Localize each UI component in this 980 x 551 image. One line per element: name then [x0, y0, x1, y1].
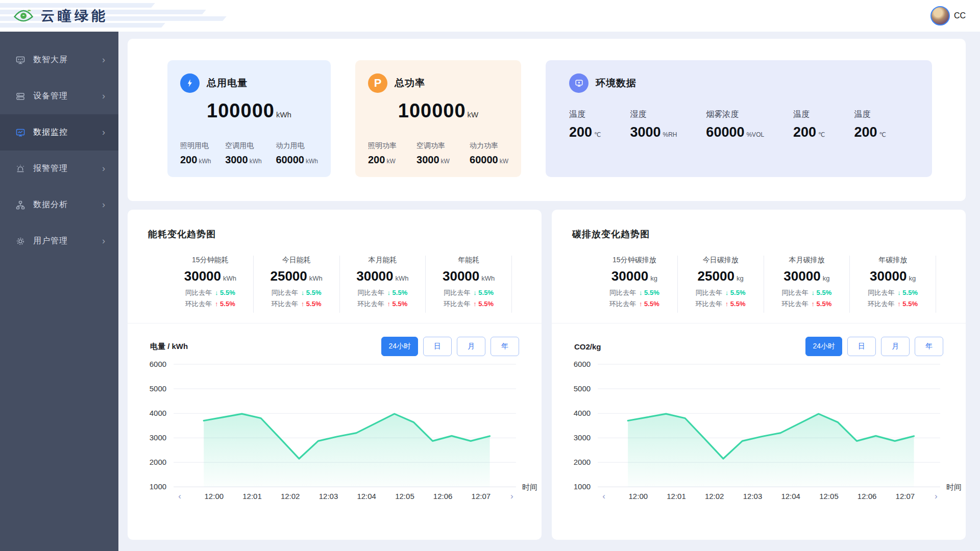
logo-text: 云瞳绿能 — [41, 7, 108, 25]
chart-stats-row: 15分钟碳排放30000kg同比去年↓ 5.5%环比去年↑ 5.5%今日碳排放2… — [592, 256, 936, 313]
user-avatar[interactable] — [930, 6, 950, 26]
stat-unit: kg — [823, 274, 830, 282]
environment-card: 环境数据 温度 200℃ 湿度 3000%RH 烟雾浓度 60000%VOL — [546, 60, 932, 177]
mom-change: 环比去年↑ 5.5% — [167, 299, 253, 309]
sidebar-item-data-monitor[interactable]: 数据监控 › — [0, 114, 118, 151]
card-title: 总功率 — [395, 77, 425, 90]
stat-value: 30000kg — [592, 268, 677, 284]
stat-unit: kWh — [396, 274, 409, 282]
app-logo: 云瞳绿能 — [13, 7, 108, 25]
env-item: 温度 200℃ — [569, 109, 601, 140]
user-menu[interactable]: CC — [930, 6, 966, 26]
sidebar-item-label: 数据监控 — [33, 127, 102, 138]
next-arrow[interactable]: › — [935, 491, 938, 501]
env-item: 烟雾浓度 60000%VOL — [706, 109, 764, 140]
prev-arrow[interactable]: ‹ — [178, 491, 181, 501]
sidebar-item-alarms[interactable]: 报警管理 › — [0, 151, 118, 187]
card-title: 环境数据 — [596, 77, 636, 90]
prev-arrow[interactable]: ‹ — [602, 491, 605, 501]
stat-unit: kWh — [481, 274, 495, 282]
sidebar-item-user-management[interactable]: 用户管理 › — [0, 223, 118, 259]
stat-label: 今日碳排放 — [678, 256, 764, 265]
x-axis-title: 时间 — [522, 483, 537, 491]
svg-text:12:03: 12:03 — [743, 492, 763, 500]
sub-stat: 动力用电 60000kWh — [276, 141, 318, 166]
up-arrow-icon: ↑ — [301, 300, 305, 308]
svg-text:12:02: 12:02 — [705, 492, 724, 500]
chart-title: 能耗变化趋势图 — [128, 210, 542, 240]
stat-label: 本月碳排放 — [764, 256, 850, 265]
svg-text:4000: 4000 — [150, 409, 166, 417]
stat-value: 25000kWh — [254, 268, 339, 284]
yoy-change: 同比去年↓ 5.5% — [340, 288, 426, 297]
up-arrow-icon: ↑ — [897, 300, 901, 308]
sidebar-item-big-screen[interactable]: 数智大屏 › — [0, 42, 118, 78]
svg-text:12:04: 12:04 — [357, 492, 376, 500]
svg-text:12:00: 12:00 — [629, 492, 648, 500]
lightning-icon — [180, 73, 200, 93]
period-button-年[interactable]: 年 — [491, 337, 519, 356]
card-value: 100000 — [207, 100, 275, 121]
period-button-24小时[interactable]: 24小时 — [805, 337, 842, 356]
down-arrow-icon: ↓ — [725, 289, 729, 296]
mom-change: 环比去年↑ 5.5% — [254, 299, 339, 309]
sidebar-item-data-analysis[interactable]: 数据分析 › — [0, 187, 118, 223]
svg-text:12:00: 12:00 — [205, 492, 224, 500]
svg-text:12:07: 12:07 — [472, 492, 491, 500]
sidebar-item-label: 报警管理 — [33, 163, 102, 174]
stat-value: 30000kg — [850, 268, 936, 284]
mom-change: 环比去年↑ 5.5% — [426, 299, 511, 309]
period-button-日[interactable]: 日 — [423, 337, 452, 356]
env-item: 湿度 3000%RH — [630, 109, 677, 140]
down-arrow-icon: ↓ — [473, 289, 477, 296]
chevron-right-icon: › — [102, 55, 105, 65]
carbon-trend-card: 碳排放变化趋势图 15分钟碳排放30000kg同比去年↓ 5.5%环比去年↑ 5… — [552, 210, 966, 540]
period-button-24小时[interactable]: 24小时 — [381, 337, 418, 356]
svg-text:3000: 3000 — [150, 433, 166, 442]
sidebar-nav: 数智大屏 › 设备管理 › 数据监控 › 报警管理 › — [0, 32, 118, 551]
stat-label: 年碳排放 — [850, 256, 936, 265]
period-button-年[interactable]: 年 — [915, 337, 943, 356]
svg-text:12:04: 12:04 — [781, 492, 800, 500]
svg-text:2000: 2000 — [574, 458, 591, 466]
card-value: 100000 — [398, 100, 466, 121]
mom-change: 环比去年↑ 5.5% — [764, 299, 850, 309]
period-button-月[interactable]: 月 — [457, 337, 485, 356]
stat-label: 今日能耗 — [254, 256, 339, 265]
stat-label: 15分钟碳排放 — [592, 256, 677, 265]
period-button-日[interactable]: 日 — [847, 337, 876, 356]
card-title: 总用电量 — [207, 77, 248, 90]
analysis-icon — [15, 200, 26, 210]
sidebar-item-label: 数据分析 — [33, 199, 102, 210]
yoy-change: 同比去年↓ 5.5% — [426, 288, 511, 297]
stat-block: 年碳排放30000kg同比去年↓ 5.5%环比去年↑ 5.5% — [850, 256, 936, 313]
svg-text:1000: 1000 — [150, 482, 166, 491]
svg-text:2000: 2000 — [150, 458, 166, 466]
stat-block: 15分钟能耗30000kWh同比去年↓ 5.5%环比去年↑ 5.5% — [167, 256, 254, 313]
svg-text:12:02: 12:02 — [281, 492, 300, 500]
devices-icon — [15, 91, 26, 102]
stat-block: 本月能耗30000kWh同比去年↓ 5.5%环比去年↑ 5.5% — [340, 256, 426, 313]
down-arrow-icon: ↓ — [812, 289, 815, 296]
svg-text:5000: 5000 — [150, 384, 166, 393]
green-eye-icon — [13, 8, 34, 23]
sub-stat: 空调用电 3000kWh — [225, 141, 262, 166]
sidebar-item-devices[interactable]: 设备管理 › — [0, 78, 118, 114]
env-item: 温度 200℃ — [793, 109, 825, 140]
down-arrow-icon: ↓ — [215, 289, 218, 296]
mom-change: 环比去年↑ 5.5% — [850, 299, 936, 309]
next-arrow[interactable]: › — [510, 491, 513, 501]
mom-change: 环比去年↑ 5.5% — [340, 299, 426, 309]
sub-stat: 空调功率 3000kW — [416, 141, 450, 166]
chart-stats-row: 15分钟能耗30000kWh同比去年↓ 5.5%环比去年↑ 5.5%今日能耗25… — [167, 256, 512, 313]
up-arrow-icon: ↑ — [387, 300, 391, 308]
svg-text:12:07: 12:07 — [896, 492, 915, 500]
down-arrow-icon: ↓ — [639, 289, 643, 296]
total-power-card: P 总功率 100000kW 照明功率 200kW 空调功率 3000kW — [355, 60, 521, 177]
user-initials: CC — [954, 11, 966, 20]
period-button-月[interactable]: 月 — [881, 337, 910, 356]
sidebar-item-label: 设备管理 — [33, 91, 102, 102]
up-arrow-icon: ↑ — [639, 300, 643, 308]
up-arrow-icon: ↑ — [473, 300, 477, 308]
stat-label: 本月能耗 — [340, 256, 426, 265]
